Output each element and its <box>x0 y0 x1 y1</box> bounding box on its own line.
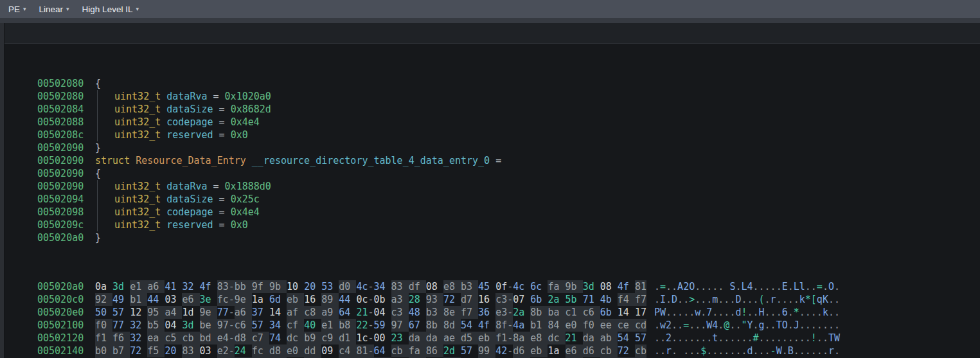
hex-byte[interactable]: 0f- <box>495 280 513 293</box>
line-address[interactable]: 00502100 <box>37 319 84 332</box>
hex-byte[interactable]: 4c- <box>356 280 373 293</box>
hex-byte[interactable]: a6 <box>147 280 165 293</box>
hex-byte[interactable]: 4f <box>478 319 495 332</box>
hex-byte[interactable]: 36 <box>478 306 495 319</box>
hex-byte[interactable]: 8f- <box>495 319 513 332</box>
hex-byte[interactable]: 24 <box>235 345 252 357</box>
hex-byte[interactable]: 20 <box>304 280 321 293</box>
hex-byte[interactable]: 42- <box>495 345 513 357</box>
hex-byte[interactable]: cb <box>182 332 199 345</box>
hex-byte[interactable]: 1a <box>252 293 269 306</box>
hex-byte[interactable]: 00 <box>374 332 391 345</box>
hex-byte[interactable]: 57 <box>112 306 130 319</box>
hex-byte[interactable]: 97- <box>217 319 235 332</box>
hex-byte[interactable]: 34 <box>374 280 391 293</box>
hex-byte[interactable]: 9b <box>566 280 583 293</box>
hex-byte[interactable]: d5 <box>461 332 478 345</box>
hex-byte[interactable]: 6b <box>530 293 548 306</box>
hex-byte[interactable]: 92 <box>95 293 112 306</box>
hex-byte[interactable]: 59 <box>374 319 391 332</box>
hex-row[interactable]: 00502140b0 b7 72 f5 20 83 03 e2-24 fc d8… <box>4 345 980 357</box>
ascii-column[interactable]: ..r. ...$.......d...-W.B......r. <box>654 345 840 357</box>
line-address[interactable]: 00502094 <box>37 193 84 206</box>
hex-byte[interactable]: b8 <box>339 319 356 332</box>
hex-byte[interactable]: d0 <box>339 280 356 293</box>
hex-byte[interactable]: 9e <box>235 293 252 306</box>
listing-line[interactable]: 00502094uint32_t dataSize = 0x25c <box>4 193 980 206</box>
hex-byte[interactable]: ae <box>443 332 461 345</box>
hex-byte[interactable]: 54 <box>618 332 635 345</box>
hex-byte[interactable]: 9e <box>200 306 217 319</box>
hex-byte[interactable]: 8b <box>426 319 443 332</box>
hex-byte[interactable]: 77- <box>217 306 235 319</box>
hex-byte[interactable]: 89 <box>321 293 339 306</box>
hex-byte[interactable]: 1c- <box>356 332 373 345</box>
ascii-column[interactable]: .=..A2O..... S.L4.....E.Ll..=.O. <box>654 281 840 292</box>
hex-byte[interactable]: c3 <box>391 306 409 319</box>
menu-view-mode[interactable]: Linear ▾ <box>39 4 69 14</box>
line-address[interactable]: 00502084 <box>37 103 84 116</box>
hex-byte[interactable]: d6 <box>513 345 530 357</box>
hex-byte[interactable]: 44 <box>147 293 165 306</box>
line-address[interactable]: 00502080 <box>37 90 84 103</box>
hex-byte[interactable]: f7 <box>461 306 478 319</box>
hex-byte[interactable]: da <box>583 332 600 345</box>
hex-byte[interactable]: e3- <box>495 306 513 319</box>
hex-byte[interactable]: 08 <box>600 280 618 293</box>
hex-byte[interactable]: cb <box>600 345 618 357</box>
hex-byte[interactable]: 93 <box>426 293 443 306</box>
hex-byte[interactable]: 32 <box>130 319 147 332</box>
hex-byte[interactable]: e4- <box>217 332 235 345</box>
hex-byte[interactable]: 14 <box>269 306 287 319</box>
hex-byte[interactable]: 1a <box>548 345 565 357</box>
hex-byte[interactable]: cb <box>391 345 409 357</box>
hex-byte[interactable]: 3d <box>112 280 130 293</box>
hex-byte[interactable]: d8 <box>269 345 287 357</box>
hex-byte[interactable]: e0 <box>287 345 304 357</box>
hex-byte[interactable]: e8 <box>530 332 548 345</box>
hex-byte[interactable]: 0b <box>374 293 391 306</box>
hex-byte[interactable]: f0 <box>583 319 600 332</box>
hex-byte[interactable]: f4 <box>618 293 635 306</box>
hex-byte[interactable]: ba <box>548 306 565 319</box>
hex-byte[interactable]: f1- <box>495 332 513 345</box>
hex-byte[interactable]: d1 <box>339 332 356 345</box>
hex-byte[interactable]: c7 <box>252 332 269 345</box>
hex-byte[interactable]: 72 <box>443 293 461 306</box>
listing-line[interactable]: 00502080uint32_t dataRva = 0x1020a0 <box>4 90 980 103</box>
hex-byte[interactable]: b3 <box>461 280 478 293</box>
hex-byte[interactable]: d7 <box>461 293 478 306</box>
hex-byte[interactable]: 0a <box>95 280 112 293</box>
hex-byte[interactable]: 2a <box>548 293 565 306</box>
hex-byte[interactable]: 64 <box>374 345 391 357</box>
line-address[interactable]: 005020a0 <box>37 280 84 293</box>
line-address[interactable]: 00502090 <box>37 180 84 193</box>
hex-byte[interactable]: f6 <box>112 332 130 345</box>
listing-line[interactable]: 0050208cuint32_t reserved = 0x0 <box>4 129 980 141</box>
hex-byte[interactable]: 34 <box>269 319 287 332</box>
hex-byte[interactable]: dc <box>548 332 565 345</box>
listing-line[interactable]: 00502090} <box>4 141 980 154</box>
hex-byte[interactable]: c1 <box>566 306 583 319</box>
hex-byte[interactable]: d6 <box>583 345 600 357</box>
hex-row[interactable]: 005020c092 49 b1 44 03 e6 3e fc-9e 1a 6d… <box>4 293 980 306</box>
hex-byte[interactable]: 6c <box>530 280 548 293</box>
hex-byte[interactable]: 48 <box>409 306 426 319</box>
hex-byte[interactable]: dd <box>304 345 321 357</box>
listing-line[interactable]: 00502080{ <box>4 77 980 90</box>
listing-line[interactable]: 005020a0} <box>4 231 980 244</box>
line-address[interactable]: 005020a0 <box>37 231 84 244</box>
hex-byte[interactable]: c6 <box>583 306 600 319</box>
hex-row[interactable]: 005020e050 57 12 95 a4 1d 9e 77-a6 37 14… <box>4 306 980 319</box>
line-address[interactable]: 00502090 <box>37 167 84 180</box>
hex-byte[interactable]: 8a <box>513 332 530 345</box>
hex-byte[interactable]: 04 <box>374 306 391 319</box>
hex-byte[interactable]: 57 <box>635 332 646 345</box>
hex-byte[interactable]: e8 <box>443 280 461 293</box>
hex-byte[interactable]: 8b <box>530 306 548 319</box>
listing-line[interactable]: 00502088uint32_t codepage = 0x4e4 <box>4 116 980 129</box>
hex-byte[interactable]: f5 <box>147 345 165 357</box>
hex-byte[interactable]: ce <box>618 319 635 332</box>
hex-byte[interactable]: 81 <box>635 280 646 293</box>
hex-byte[interactable]: da <box>409 332 426 345</box>
